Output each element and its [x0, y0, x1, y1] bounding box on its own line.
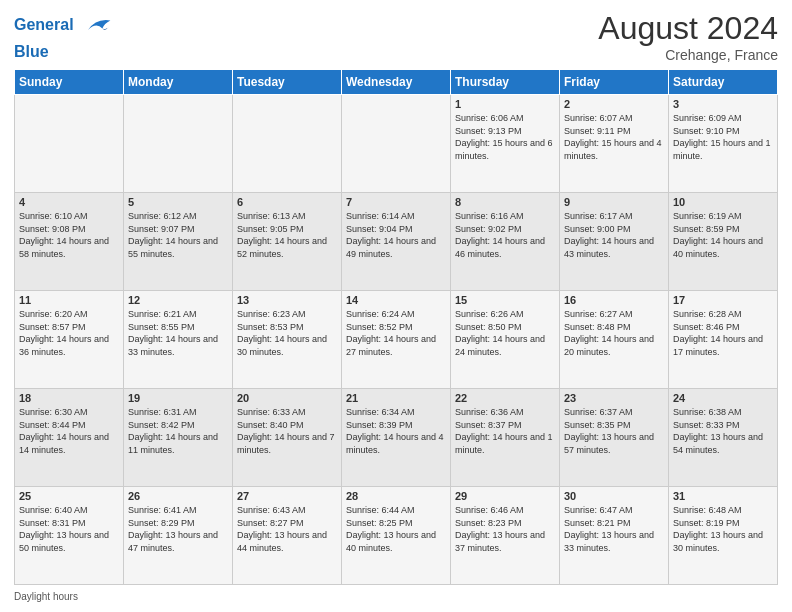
- day-detail: Sunrise: 6:30 AMSunset: 8:44 PMDaylight:…: [19, 406, 119, 456]
- day-cell: 8Sunrise: 6:16 AMSunset: 9:02 PMDaylight…: [451, 193, 560, 291]
- day-cell: 9Sunrise: 6:17 AMSunset: 9:00 PMDaylight…: [560, 193, 669, 291]
- day-detail: Sunrise: 6:44 AMSunset: 8:25 PMDaylight:…: [346, 504, 446, 554]
- weekday-header-monday: Monday: [124, 70, 233, 95]
- day-number: 12: [128, 294, 228, 306]
- day-cell: 15Sunrise: 6:26 AMSunset: 8:50 PMDayligh…: [451, 291, 560, 389]
- day-cell: 6Sunrise: 6:13 AMSunset: 9:05 PMDaylight…: [233, 193, 342, 291]
- day-cell: 25Sunrise: 6:40 AMSunset: 8:31 PMDayligh…: [15, 487, 124, 585]
- day-cell: [233, 95, 342, 193]
- day-cell: 28Sunrise: 6:44 AMSunset: 8:25 PMDayligh…: [342, 487, 451, 585]
- day-number: 27: [237, 490, 337, 502]
- day-cell: 20Sunrise: 6:33 AMSunset: 8:40 PMDayligh…: [233, 389, 342, 487]
- week-row-2: 4Sunrise: 6:10 AMSunset: 9:08 PMDaylight…: [15, 193, 778, 291]
- day-number: 21: [346, 392, 446, 404]
- day-cell: 1Sunrise: 6:06 AMSunset: 9:13 PMDaylight…: [451, 95, 560, 193]
- day-cell: 19Sunrise: 6:31 AMSunset: 8:42 PMDayligh…: [124, 389, 233, 487]
- weekday-header-tuesday: Tuesday: [233, 70, 342, 95]
- weekday-header-thursday: Thursday: [451, 70, 560, 95]
- day-cell: 4Sunrise: 6:10 AMSunset: 9:08 PMDaylight…: [15, 193, 124, 291]
- day-cell: 7Sunrise: 6:14 AMSunset: 9:04 PMDaylight…: [342, 193, 451, 291]
- day-cell: 10Sunrise: 6:19 AMSunset: 8:59 PMDayligh…: [669, 193, 778, 291]
- day-cell: 27Sunrise: 6:43 AMSunset: 8:27 PMDayligh…: [233, 487, 342, 585]
- day-number: 16: [564, 294, 664, 306]
- day-cell: 29Sunrise: 6:46 AMSunset: 8:23 PMDayligh…: [451, 487, 560, 585]
- page: General Blue August 2024 Crehange, Franc…: [0, 0, 792, 612]
- day-number: 25: [19, 490, 119, 502]
- day-detail: Sunrise: 6:21 AMSunset: 8:55 PMDaylight:…: [128, 308, 228, 358]
- day-detail: Sunrise: 6:37 AMSunset: 8:35 PMDaylight:…: [564, 406, 664, 456]
- weekday-header-friday: Friday: [560, 70, 669, 95]
- day-cell: 21Sunrise: 6:34 AMSunset: 8:39 PMDayligh…: [342, 389, 451, 487]
- day-detail: Sunrise: 6:13 AMSunset: 9:05 PMDaylight:…: [237, 210, 337, 260]
- day-cell: 18Sunrise: 6:30 AMSunset: 8:44 PMDayligh…: [15, 389, 124, 487]
- day-detail: Sunrise: 6:38 AMSunset: 8:33 PMDaylight:…: [673, 406, 773, 456]
- logo-text: General Blue: [14, 10, 112, 61]
- logo: General Blue: [14, 10, 112, 61]
- day-number: 10: [673, 196, 773, 208]
- day-detail: Sunrise: 6:27 AMSunset: 8:48 PMDaylight:…: [564, 308, 664, 358]
- day-number: 19: [128, 392, 228, 404]
- day-number: 26: [128, 490, 228, 502]
- day-cell: [342, 95, 451, 193]
- weekday-header-sunday: Sunday: [15, 70, 124, 95]
- day-cell: 12Sunrise: 6:21 AMSunset: 8:55 PMDayligh…: [124, 291, 233, 389]
- day-number: 24: [673, 392, 773, 404]
- weekday-header-wednesday: Wednesday: [342, 70, 451, 95]
- day-number: 30: [564, 490, 664, 502]
- day-detail: Sunrise: 6:26 AMSunset: 8:50 PMDaylight:…: [455, 308, 555, 358]
- day-detail: Sunrise: 6:23 AMSunset: 8:53 PMDaylight:…: [237, 308, 337, 358]
- title-section: August 2024 Crehange, France: [598, 10, 778, 63]
- week-row-1: 1Sunrise: 6:06 AMSunset: 9:13 PMDaylight…: [15, 95, 778, 193]
- day-cell: [124, 95, 233, 193]
- day-detail: Sunrise: 6:43 AMSunset: 8:27 PMDaylight:…: [237, 504, 337, 554]
- day-detail: Sunrise: 6:17 AMSunset: 9:00 PMDaylight:…: [564, 210, 664, 260]
- day-cell: 13Sunrise: 6:23 AMSunset: 8:53 PMDayligh…: [233, 291, 342, 389]
- day-cell: 31Sunrise: 6:48 AMSunset: 8:19 PMDayligh…: [669, 487, 778, 585]
- day-number: 5: [128, 196, 228, 208]
- day-number: 2: [564, 98, 664, 110]
- day-cell: 24Sunrise: 6:38 AMSunset: 8:33 PMDayligh…: [669, 389, 778, 487]
- day-number: 29: [455, 490, 555, 502]
- weekday-header-row: SundayMondayTuesdayWednesdayThursdayFrid…: [15, 70, 778, 95]
- location-text: Crehange, France: [598, 47, 778, 63]
- day-number: 28: [346, 490, 446, 502]
- day-detail: Sunrise: 6:47 AMSunset: 8:21 PMDaylight:…: [564, 504, 664, 554]
- day-cell: 30Sunrise: 6:47 AMSunset: 8:21 PMDayligh…: [560, 487, 669, 585]
- day-cell: 22Sunrise: 6:36 AMSunset: 8:37 PMDayligh…: [451, 389, 560, 487]
- day-cell: 3Sunrise: 6:09 AMSunset: 9:10 PMDaylight…: [669, 95, 778, 193]
- day-number: 13: [237, 294, 337, 306]
- day-detail: Sunrise: 6:28 AMSunset: 8:46 PMDaylight:…: [673, 308, 773, 358]
- day-detail: Sunrise: 6:07 AMSunset: 9:11 PMDaylight:…: [564, 112, 664, 162]
- day-cell: 26Sunrise: 6:41 AMSunset: 8:29 PMDayligh…: [124, 487, 233, 585]
- day-cell: 16Sunrise: 6:27 AMSunset: 8:48 PMDayligh…: [560, 291, 669, 389]
- daylight-label: Daylight hours: [14, 591, 78, 602]
- day-detail: Sunrise: 6:46 AMSunset: 8:23 PMDaylight:…: [455, 504, 555, 554]
- day-detail: Sunrise: 6:20 AMSunset: 8:57 PMDaylight:…: [19, 308, 119, 358]
- day-number: 3: [673, 98, 773, 110]
- day-detail: Sunrise: 6:24 AMSunset: 8:52 PMDaylight:…: [346, 308, 446, 358]
- day-cell: 2Sunrise: 6:07 AMSunset: 9:11 PMDaylight…: [560, 95, 669, 193]
- day-detail: Sunrise: 6:10 AMSunset: 9:08 PMDaylight:…: [19, 210, 119, 260]
- day-detail: Sunrise: 6:31 AMSunset: 8:42 PMDaylight:…: [128, 406, 228, 456]
- day-number: 9: [564, 196, 664, 208]
- day-number: 17: [673, 294, 773, 306]
- weekday-header-saturday: Saturday: [669, 70, 778, 95]
- day-number: 14: [346, 294, 446, 306]
- day-detail: Sunrise: 6:34 AMSunset: 8:39 PMDaylight:…: [346, 406, 446, 456]
- day-number: 1: [455, 98, 555, 110]
- month-year-title: August 2024: [598, 10, 778, 47]
- day-detail: Sunrise: 6:40 AMSunset: 8:31 PMDaylight:…: [19, 504, 119, 554]
- day-cell: 11Sunrise: 6:20 AMSunset: 8:57 PMDayligh…: [15, 291, 124, 389]
- day-detail: Sunrise: 6:06 AMSunset: 9:13 PMDaylight:…: [455, 112, 555, 162]
- day-cell: 14Sunrise: 6:24 AMSunset: 8:52 PMDayligh…: [342, 291, 451, 389]
- day-number: 6: [237, 196, 337, 208]
- day-detail: Sunrise: 6:48 AMSunset: 8:19 PMDaylight:…: [673, 504, 773, 554]
- calendar-table: SundayMondayTuesdayWednesdayThursdayFrid…: [14, 69, 778, 585]
- day-detail: Sunrise: 6:33 AMSunset: 8:40 PMDaylight:…: [237, 406, 337, 456]
- day-cell: 17Sunrise: 6:28 AMSunset: 8:46 PMDayligh…: [669, 291, 778, 389]
- day-detail: Sunrise: 6:16 AMSunset: 9:02 PMDaylight:…: [455, 210, 555, 260]
- day-detail: Sunrise: 6:14 AMSunset: 9:04 PMDaylight:…: [346, 210, 446, 260]
- day-detail: Sunrise: 6:19 AMSunset: 8:59 PMDaylight:…: [673, 210, 773, 260]
- day-number: 18: [19, 392, 119, 404]
- day-number: 22: [455, 392, 555, 404]
